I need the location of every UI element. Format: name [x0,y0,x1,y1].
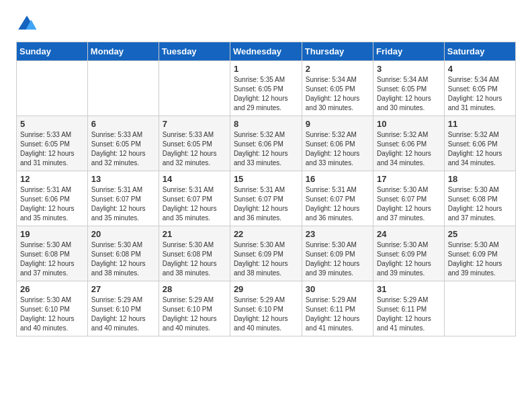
day-number: 30 [306,284,369,294]
day-number: 31 [377,284,441,294]
header [16,13,516,35]
day-number: 19 [20,229,84,239]
day-number: 17 [377,174,441,184]
day-info: Sunrise: 5:30 AM Sunset: 6:09 PM Dayligh… [377,240,441,278]
day-number: 23 [306,229,369,239]
calendar-cell [87,61,159,116]
calendar-table: SundayMondayTuesdayWednesdayThursdayFrid… [16,42,516,336]
page: SundayMondayTuesdayWednesdayThursdayFrid… [0,0,532,350]
day-info: Sunrise: 5:29 AM Sunset: 6:11 PM Dayligh… [306,295,369,333]
calendar-cell: 27Sunrise: 5:29 AM Sunset: 6:10 PM Dayli… [87,281,159,336]
calendar-row: 19Sunrise: 5:30 AM Sunset: 6:08 PM Dayli… [17,226,516,281]
calendar-row: 5Sunrise: 5:33 AM Sunset: 6:05 PM Daylig… [17,116,516,171]
calendar-cell: 31Sunrise: 5:29 AM Sunset: 6:11 PM Dayli… [373,281,445,336]
day-info: Sunrise: 5:32 AM Sunset: 6:06 PM Dayligh… [306,130,369,168]
calendar-cell: 6Sunrise: 5:33 AM Sunset: 6:05 PM Daylig… [87,116,159,171]
calendar-cell: 9Sunrise: 5:32 AM Sunset: 6:06 PM Daylig… [302,116,373,171]
calendar-cell: 14Sunrise: 5:31 AM Sunset: 6:07 PM Dayli… [159,171,230,226]
header-row: SundayMondayTuesdayWednesdayThursdayFrid… [17,42,516,61]
day-info: Sunrise: 5:29 AM Sunset: 6:10 PM Dayligh… [91,295,155,333]
day-number: 2 [306,64,369,74]
day-number: 18 [448,174,512,184]
day-info: Sunrise: 5:31 AM Sunset: 6:07 PM Dayligh… [234,185,298,223]
day-number: 14 [163,174,226,184]
day-number: 4 [448,64,512,74]
day-info: Sunrise: 5:35 AM Sunset: 6:05 PM Dayligh… [234,75,298,113]
day-info: Sunrise: 5:30 AM Sunset: 6:09 PM Dayligh… [306,240,369,278]
logo [16,13,40,35]
day-number: 3 [377,64,441,74]
calendar-cell: 5Sunrise: 5:33 AM Sunset: 6:05 PM Daylig… [17,116,88,171]
day-number: 8 [234,119,298,129]
day-info: Sunrise: 5:30 AM Sunset: 6:08 PM Dayligh… [91,240,155,278]
calendar-cell: 17Sunrise: 5:30 AM Sunset: 6:07 PM Dayli… [373,171,445,226]
day-number: 27 [91,284,155,294]
day-number: 6 [91,119,155,129]
calendar-cell: 10Sunrise: 5:32 AM Sunset: 6:06 PM Dayli… [373,116,445,171]
day-info: Sunrise: 5:31 AM Sunset: 6:07 PM Dayligh… [306,185,369,223]
calendar-cell: 30Sunrise: 5:29 AM Sunset: 6:11 PM Dayli… [302,281,373,336]
day-info: Sunrise: 5:30 AM Sunset: 6:08 PM Dayligh… [163,240,226,278]
day-info: Sunrise: 5:31 AM Sunset: 6:07 PM Dayligh… [163,185,226,223]
day-info: Sunrise: 5:30 AM Sunset: 6:10 PM Dayligh… [20,295,84,333]
calendar-cell: 19Sunrise: 5:30 AM Sunset: 6:08 PM Dayli… [17,226,88,281]
calendar-cell: 25Sunrise: 5:30 AM Sunset: 6:09 PM Dayli… [444,226,515,281]
calendar-row: 1Sunrise: 5:35 AM Sunset: 6:05 PM Daylig… [17,61,516,116]
day-info: Sunrise: 5:34 AM Sunset: 6:05 PM Dayligh… [448,75,512,113]
calendar-cell: 24Sunrise: 5:30 AM Sunset: 6:09 PM Dayli… [373,226,445,281]
weekday-header: Wednesday [230,42,302,61]
weekday-header: Monday [87,42,159,61]
day-number: 13 [91,174,155,184]
day-info: Sunrise: 5:30 AM Sunset: 6:08 PM Dayligh… [448,185,512,223]
calendar-row: 26Sunrise: 5:30 AM Sunset: 6:10 PM Dayli… [17,281,516,336]
day-number: 10 [377,119,441,129]
day-number: 11 [448,119,512,129]
day-info: Sunrise: 5:33 AM Sunset: 6:05 PM Dayligh… [163,130,226,168]
calendar-cell: 8Sunrise: 5:32 AM Sunset: 6:06 PM Daylig… [230,116,302,171]
calendar-cell: 7Sunrise: 5:33 AM Sunset: 6:05 PM Daylig… [159,116,230,171]
calendar-cell: 3Sunrise: 5:34 AM Sunset: 6:05 PM Daylig… [373,61,445,116]
day-number: 7 [163,119,226,129]
day-info: Sunrise: 5:33 AM Sunset: 6:05 PM Dayligh… [91,130,155,168]
day-number: 21 [163,229,226,239]
day-info: Sunrise: 5:30 AM Sunset: 6:07 PM Dayligh… [377,185,441,223]
day-info: Sunrise: 5:32 AM Sunset: 6:06 PM Dayligh… [448,130,512,168]
calendar-cell: 28Sunrise: 5:29 AM Sunset: 6:10 PM Dayli… [159,281,230,336]
day-info: Sunrise: 5:31 AM Sunset: 6:06 PM Dayligh… [20,185,84,223]
day-number: 5 [20,119,84,129]
day-number: 26 [20,284,84,294]
day-info: Sunrise: 5:33 AM Sunset: 6:05 PM Dayligh… [20,130,84,168]
calendar-cell: 1Sunrise: 5:35 AM Sunset: 6:05 PM Daylig… [230,61,302,116]
calendar-cell [17,61,88,116]
calendar-cell: 15Sunrise: 5:31 AM Sunset: 6:07 PM Dayli… [230,171,302,226]
day-info: Sunrise: 5:31 AM Sunset: 6:07 PM Dayligh… [91,185,155,223]
day-number: 16 [306,174,369,184]
day-number: 28 [163,284,226,294]
day-info: Sunrise: 5:29 AM Sunset: 6:10 PM Dayligh… [163,295,226,333]
calendar-cell: 13Sunrise: 5:31 AM Sunset: 6:07 PM Dayli… [87,171,159,226]
calendar-cell: 4Sunrise: 5:34 AM Sunset: 6:05 PM Daylig… [444,61,515,116]
calendar-cell: 26Sunrise: 5:30 AM Sunset: 6:10 PM Dayli… [17,281,88,336]
day-number: 9 [306,119,369,129]
day-info: Sunrise: 5:30 AM Sunset: 6:09 PM Dayligh… [448,240,512,278]
weekday-header: Friday [373,42,445,61]
calendar-cell: 20Sunrise: 5:30 AM Sunset: 6:08 PM Dayli… [87,226,159,281]
calendar-cell: 2Sunrise: 5:34 AM Sunset: 6:05 PM Daylig… [302,61,373,116]
day-info: Sunrise: 5:29 AM Sunset: 6:11 PM Dayligh… [377,295,441,333]
day-number: 20 [91,229,155,239]
day-info: Sunrise: 5:32 AM Sunset: 6:06 PM Dayligh… [377,130,441,168]
calendar-cell: 22Sunrise: 5:30 AM Sunset: 6:09 PM Dayli… [230,226,302,281]
calendar-cell [159,61,230,116]
day-info: Sunrise: 5:30 AM Sunset: 6:09 PM Dayligh… [234,240,298,278]
day-number: 1 [234,64,298,74]
day-number: 22 [234,229,298,239]
logo-icon [16,13,38,35]
calendar-cell: 21Sunrise: 5:30 AM Sunset: 6:08 PM Dayli… [159,226,230,281]
day-number: 15 [234,174,298,184]
day-number: 29 [234,284,298,294]
day-number: 12 [20,174,84,184]
day-info: Sunrise: 5:29 AM Sunset: 6:10 PM Dayligh… [234,295,298,333]
weekday-header: Tuesday [159,42,230,61]
calendar-cell: 16Sunrise: 5:31 AM Sunset: 6:07 PM Dayli… [302,171,373,226]
calendar-cell: 11Sunrise: 5:32 AM Sunset: 6:06 PM Dayli… [444,116,515,171]
